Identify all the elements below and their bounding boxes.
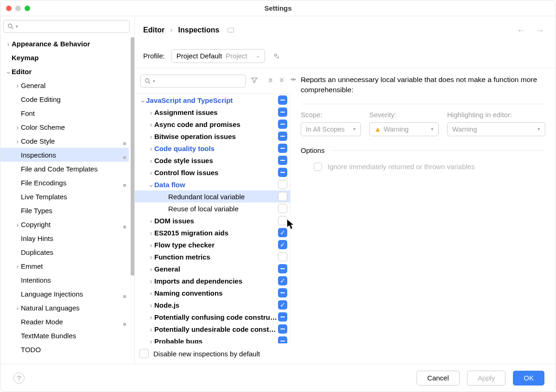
- inspection-checkbox[interactable]: [278, 180, 287, 189]
- filter-icon[interactable]: [251, 76, 258, 85]
- inspection-row[interactable]: ›Async code and promises: [135, 118, 290, 130]
- inspection-row[interactable]: ›Code style issues: [135, 154, 290, 166]
- severity-select[interactable]: ▲ Warning ▾: [369, 122, 439, 136]
- inspection-row[interactable]: ›General: [135, 263, 290, 275]
- chevron-down-icon[interactable]: ⌄: [5, 67, 12, 76]
- inspection-checkbox[interactable]: ✓: [278, 228, 287, 237]
- inspection-checkbox[interactable]: ✓: [278, 240, 287, 249]
- chevron-right-icon[interactable]: ›: [148, 301, 154, 309]
- chevron-right-icon[interactable]: ›: [148, 325, 154, 333]
- chevron-right-icon[interactable]: ›: [148, 241, 154, 249]
- inspection-row[interactable]: Redundant local variable: [135, 190, 290, 202]
- sidebar-item[interactable]: Inspections: [0, 148, 129, 162]
- inspection-row[interactable]: ⌄Data flow: [135, 178, 290, 190]
- chevron-right-icon[interactable]: ›: [148, 277, 154, 285]
- inspection-row[interactable]: ›Imports and dependencies✓: [135, 275, 290, 287]
- sidebar-item[interactable]: ›Emmet: [0, 259, 129, 273]
- disable-new-checkbox[interactable]: [139, 349, 149, 358]
- chevron-down-icon[interactable]: ⌄: [139, 96, 146, 104]
- sidebar-item[interactable]: ›General: [0, 78, 129, 92]
- cancel-button[interactable]: Cancel: [417, 371, 460, 386]
- inspection-checkbox[interactable]: [278, 107, 287, 117]
- inspection-checkbox[interactable]: [278, 204, 287, 213]
- help-button[interactable]: ?: [13, 373, 25, 384]
- sidebar-item[interactable]: ⌄Editor: [0, 64, 129, 78]
- inspection-checkbox[interactable]: [278, 336, 287, 343]
- inspection-row[interactable]: ⌄JavaScript and TypeScript: [135, 94, 290, 106]
- sidebar-item[interactable]: Reader Mode: [0, 315, 129, 329]
- expand-all-icon[interactable]: [267, 77, 274, 85]
- inspection-row[interactable]: ›Naming conventions: [135, 287, 290, 299]
- inspection-row[interactable]: ›Potentially undesirable code constructs: [135, 323, 290, 335]
- inspection-checkbox[interactable]: [278, 252, 287, 261]
- chevron-right-icon[interactable]: ›: [148, 169, 154, 177]
- inspection-row[interactable]: ›Function metrics: [135, 251, 290, 263]
- sidebar-item[interactable]: Intentions: [0, 273, 129, 287]
- sidebar-item[interactable]: TODO: [0, 342, 129, 356]
- inspection-checkbox[interactable]: [278, 264, 287, 273]
- chevron-right-icon[interactable]: ›: [148, 289, 154, 297]
- chevron-down-icon[interactable]: ⌄: [148, 180, 154, 189]
- chevron-right-icon[interactable]: ›: [148, 145, 154, 152]
- profile-select[interactable]: Project Default Project ⌄: [171, 49, 265, 63]
- inspection-search-input[interactable]: ▾: [140, 75, 246, 88]
- window-close-button[interactable]: [6, 6, 12, 11]
- chevron-right-icon[interactable]: ›: [148, 313, 154, 321]
- breadcrumb-editor[interactable]: Editor: [143, 26, 164, 34]
- sidebar-item[interactable]: Code Editing: [0, 92, 129, 106]
- option-ignore-returned-checkbox[interactable]: [314, 163, 322, 171]
- chevron-right-icon[interactable]: ›: [14, 304, 21, 312]
- chevron-right-icon[interactable]: ›: [148, 229, 154, 237]
- chevron-right-icon[interactable]: ›: [148, 133, 154, 140]
- inspection-row[interactable]: ›Assignment issues: [135, 106, 290, 118]
- inspection-row[interactable]: ›Node.js✓: [135, 299, 290, 311]
- sidebar-item[interactable]: Keymap: [0, 51, 129, 64]
- inspection-row[interactable]: ›Potentially confusing code constructs: [135, 311, 290, 323]
- sidebar-item[interactable]: TextMate Bundles: [0, 329, 129, 342]
- ok-button[interactable]: OK: [513, 371, 544, 386]
- sidebar-item[interactable]: Language Injections: [0, 287, 129, 301]
- apply-button[interactable]: Apply: [467, 371, 506, 386]
- chevron-right-icon[interactable]: ›: [148, 217, 154, 225]
- chevron-right-icon[interactable]: ›: [14, 137, 21, 145]
- inspection-checkbox[interactable]: [278, 168, 287, 177]
- inspection-row[interactable]: ›Flow type checker✓: [135, 239, 290, 251]
- inspection-checkbox[interactable]: [278, 216, 287, 225]
- nav-forward-button[interactable]: →: [535, 25, 544, 36]
- inspection-checkbox[interactable]: [278, 156, 287, 165]
- sidebar-item[interactable]: Duplicates: [0, 245, 129, 259]
- window-minimize-button[interactable]: [15, 6, 21, 11]
- chevron-right-icon[interactable]: ›: [14, 221, 21, 228]
- chevron-right-icon[interactable]: ›: [5, 40, 12, 48]
- inspection-row[interactable]: ›ES2015 migration aids✓: [135, 227, 290, 239]
- inspection-checkbox[interactable]: ✓: [278, 276, 287, 285]
- inspection-checkbox[interactable]: [278, 312, 287, 322]
- sidebar-item[interactable]: ›Appearance & Behavior: [0, 37, 129, 51]
- chevron-right-icon[interactable]: ›: [148, 265, 154, 273]
- sidebar-item[interactable]: File Types: [0, 203, 129, 217]
- inspection-checkbox[interactable]: [278, 324, 287, 334]
- sidebar-item[interactable]: ›Color Scheme: [0, 120, 129, 134]
- chevron-right-icon[interactable]: ›: [148, 253, 154, 261]
- inspection-checkbox[interactable]: [278, 120, 287, 129]
- sidebar-scrollbar[interactable]: [131, 37, 134, 276]
- window-maximize-button[interactable]: [25, 6, 30, 11]
- nav-back-button[interactable]: ←: [517, 25, 526, 36]
- sidebar-item[interactable]: File Encodings: [0, 176, 129, 190]
- sidebar-item[interactable]: Font: [0, 106, 129, 120]
- inspection-row[interactable]: ›Code quality tools: [135, 142, 290, 154]
- inspection-checkbox[interactable]: [278, 95, 287, 105]
- inspection-checkbox[interactable]: ✓: [278, 300, 287, 310]
- chevron-right-icon[interactable]: ›: [14, 123, 21, 131]
- sidebar-item[interactable]: Inlay Hints: [0, 231, 129, 245]
- inspection-checkbox[interactable]: [278, 144, 287, 153]
- inspection-row[interactable]: ›Control flow issues: [135, 166, 290, 178]
- chevron-right-icon[interactable]: ›: [148, 337, 154, 344]
- chevron-right-icon[interactable]: ›: [14, 82, 21, 89]
- inspection-checkbox[interactable]: [278, 132, 287, 141]
- highlighting-select[interactable]: Warning ▾: [447, 122, 545, 136]
- sidebar-item[interactable]: ›Copyright: [0, 217, 129, 231]
- sidebar-item[interactable]: Live Templates: [0, 190, 129, 203]
- collapse-all-icon[interactable]: [278, 77, 285, 85]
- inspection-checkbox[interactable]: [278, 192, 287, 201]
